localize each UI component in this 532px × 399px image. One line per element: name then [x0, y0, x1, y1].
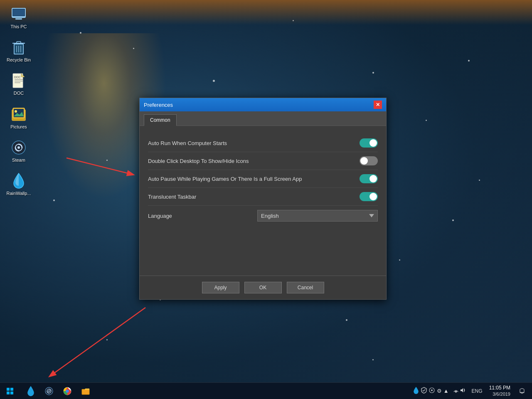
translucent-label: Translucent Taskbar — [148, 194, 196, 200]
steam-label: Steam — [12, 158, 25, 163]
tray-icons-group: ⚙ ▲ — [413, 387, 449, 395]
clock-time: 11:05 PM — [489, 385, 510, 392]
tray-network-icon[interactable] — [453, 388, 459, 394]
svg-rect-28 — [7, 388, 10, 391]
svg-rect-42 — [520, 392, 524, 393]
tray-volume-icon[interactable] — [460, 388, 466, 394]
start-button[interactable] — [0, 383, 20, 399]
pref-row-language: Language English Chinese French German S… — [148, 206, 378, 226]
tray-arrow-icon[interactable]: ▲ — [443, 388, 449, 394]
svg-point-37 — [66, 389, 69, 392]
preferences-dialog: Preferences ✕ Common Auto Run When Compu… — [139, 98, 387, 300]
language-label: Language — [148, 213, 172, 219]
auto-run-label: Auto Run When Computer Starts — [148, 140, 227, 146]
taskbar-tray: ⚙ ▲ ENG 11:05 PM — [413, 383, 532, 399]
double-click-label: Double Click Desktop To Show/Hide Icons — [148, 158, 249, 164]
svg-rect-8 — [17, 42, 21, 43]
language-indicator[interactable]: ENG — [470, 388, 484, 394]
rainwallp-label: RainWallp... — [7, 191, 31, 196]
dialog-content: Auto Run When Computer Starts Double Cli… — [140, 126, 386, 276]
dialog-titlebar: Preferences ✕ — [140, 98, 386, 111]
svg-text:DOC: DOC — [14, 76, 21, 79]
language-select[interactable]: English Chinese French German Spanish Ja… — [257, 210, 378, 222]
auto-pause-label: Auto Pause While Playing Games Or There … — [148, 176, 302, 182]
ok-button[interactable]: OK — [244, 282, 282, 293]
taskbar-chrome[interactable] — [58, 383, 76, 399]
doc-icon: DOC — [10, 72, 27, 89]
desktop-icon-rainwallp[interactable]: RainWallp... — [4, 171, 33, 198]
svg-point-40 — [431, 389, 433, 391]
svg-rect-3 — [15, 18, 22, 20]
svg-point-21 — [15, 110, 17, 113]
pictures-icon — [10, 106, 27, 123]
notification-button[interactable] — [515, 383, 529, 399]
double-click-toggle[interactable] — [360, 156, 378, 165]
doc-label: DOC — [14, 91, 24, 96]
this-pc-label: This PC — [10, 24, 27, 30]
dialog-tabs: Common — [140, 111, 386, 126]
desktop-icon-doc[interactable]: DOC DOC — [4, 71, 33, 98]
desktop-icon-steam[interactable]: Steam — [4, 138, 33, 165]
svg-rect-29 — [10, 388, 13, 391]
dialog-close-button[interactable]: ✕ — [374, 101, 382, 109]
svg-point-41 — [456, 392, 456, 393]
svg-rect-4 — [13, 9, 25, 16]
pref-row-auto-pause: Auto Pause While Playing Games Or There … — [148, 170, 378, 188]
dialog-footer: Apply OK Cancel — [140, 276, 386, 299]
tray-steam-icon[interactable] — [429, 387, 435, 395]
pref-row-double-click: Double Click Desktop To Show/Hide Icons — [148, 152, 378, 170]
svg-point-25 — [17, 146, 20, 149]
dialog-title: Preferences — [144, 102, 173, 108]
svg-rect-30 — [7, 392, 10, 394]
taskbar-rainwallp[interactable] — [22, 383, 40, 399]
auto-pause-toggle[interactable] — [360, 174, 378, 183]
clock-date: 3/6/2019 — [489, 391, 510, 397]
pref-row-translucent: Translucent Taskbar — [148, 188, 378, 206]
tray-shield-icon[interactable] — [421, 387, 427, 395]
sys-icons-group — [451, 388, 468, 394]
pictures-label: Pictures — [10, 124, 27, 130]
taskbar-explorer[interactable] — [76, 383, 95, 399]
desktop-icon-this-pc[interactable]: This PC — [4, 4, 33, 31]
pref-row-auto-run: Auto Run When Computer Starts — [148, 134, 378, 152]
svg-rect-31 — [10, 392, 13, 394]
taskbar: ⚙ ▲ ENG 11:05 PM — [0, 382, 532, 399]
desktop-icon-pictures[interactable]: Pictures — [4, 104, 33, 131]
rainwallp-icon — [10, 172, 27, 189]
tab-common[interactable]: Common — [144, 114, 177, 126]
taskbar-steam[interactable] — [40, 383, 58, 399]
steam-icon — [10, 139, 27, 156]
this-pc-icon — [10, 6, 27, 22]
recycle-bin-label: Recycle Bin — [7, 57, 31, 63]
apply-button[interactable]: Apply — [202, 282, 239, 293]
svg-point-34 — [48, 390, 50, 392]
desktop-icon-recycle-bin[interactable]: Recycle Bin — [4, 37, 33, 64]
translucent-toggle[interactable] — [360, 192, 378, 201]
taskbar-pinned-apps — [20, 383, 413, 399]
svg-rect-38 — [82, 389, 89, 394]
cancel-button[interactable]: Cancel — [287, 282, 324, 293]
recycle-bin-icon — [10, 39, 27, 56]
auto-run-toggle[interactable] — [360, 138, 378, 148]
desktop-icons-container: This PC Recycle Bin DOC — [4, 4, 33, 198]
tray-settings-icon[interactable]: ⚙ — [437, 388, 442, 394]
tray-rainwallp-icon[interactable] — [413, 387, 419, 395]
taskbar-clock[interactable]: 11:05 PM 3/6/2019 — [486, 385, 514, 397]
